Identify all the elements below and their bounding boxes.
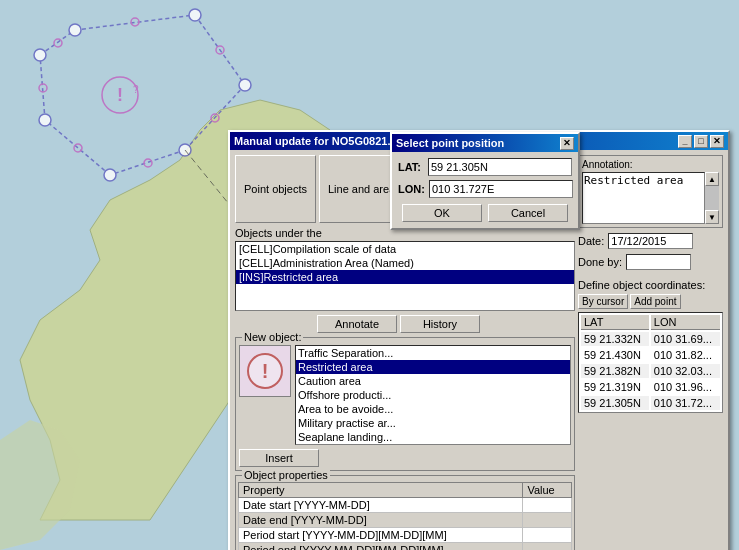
type-item-7[interactable]: Submarine transit... (296, 444, 570, 445)
doneby-input[interactable] (626, 254, 691, 270)
svg-point-9 (189, 9, 201, 21)
sub-dialog-title: Select point position (396, 137, 504, 149)
annotation-scrollbar[interactable]: ▲ ▼ (705, 172, 719, 224)
point-objects-button[interactable]: Point objects (235, 155, 316, 223)
objects-list[interactable]: [CELL]Compilation scale of data [CELL]Ad… (235, 241, 575, 311)
history-button[interactable]: History (400, 315, 480, 333)
coord-row-0: 59 21.332N 010 31.69... (581, 332, 720, 346)
sub-cancel-button[interactable]: Cancel (488, 204, 568, 222)
sub-dialog: Select point position ✕ LAT: LON: OK Can… (390, 132, 580, 230)
svg-point-10 (239, 79, 251, 91)
insert-button[interactable]: Insert (239, 449, 319, 467)
type-item-4[interactable]: Area to be avoide... (296, 402, 570, 416)
annotate-button[interactable]: Annotate (317, 315, 397, 333)
lat-col-header: LAT (581, 315, 649, 330)
preview-exclaim-icon: ! (262, 360, 269, 383)
coord-lat-4: 59 21.305N (581, 396, 649, 410)
coord-lon-0: 010 31.69... (651, 332, 720, 346)
coord-row-4: 59 21.305N 010 31.72... (581, 396, 720, 410)
type-item-6[interactable]: Seaplane landing... (296, 430, 570, 444)
sub-dialog-content: LAT: LON: OK Cancel (392, 152, 578, 228)
new-object-section: New object: ! Traffic Separation.. (235, 337, 575, 471)
close-button[interactable]: ✕ (710, 135, 724, 148)
coord-row-3: 59 21.319N 010 31.96... (581, 380, 720, 394)
property-name-2: Period start [YYYY-MM-DD][MM-DD][MM] (239, 528, 523, 543)
coord-lon-2: 010 32.03... (651, 364, 720, 378)
coord-lat-0: 59 21.332N (581, 332, 649, 346)
lat-row: LAT: (398, 158, 572, 176)
objects-section: Objects under the [CELL]Compilation scal… (235, 227, 575, 311)
svg-text:!: ! (117, 85, 123, 105)
svg-text:?: ? (133, 84, 139, 95)
value-col-header: Value (523, 483, 572, 498)
coords-panel: Define object coordinates: By cursor Add… (578, 279, 723, 413)
svg-point-14 (34, 49, 46, 61)
properties-label: Object properties (242, 469, 330, 481)
coord-lon-3: 010 31.96... (651, 380, 720, 394)
type-item-1[interactable]: Restricted area (296, 360, 570, 374)
cursor-add-buttons: By cursor Add point (578, 294, 723, 309)
date-row: Date: (578, 233, 723, 249)
type-item-3[interactable]: Offshore producti... (296, 388, 570, 402)
lat-input[interactable] (428, 158, 572, 176)
property-name-3: Period end [YYYY-MM-DD][MM-DD][MM] (239, 543, 523, 551)
coord-lon-4: 010 31.72... (651, 396, 720, 410)
object-preview: ! (239, 345, 291, 397)
sub-ok-button[interactable]: OK (402, 204, 482, 222)
property-row-1: Date end [YYYY-MM-DD] (239, 513, 572, 528)
type-item-5[interactable]: Military practise ar... (296, 416, 570, 430)
minimize-button[interactable]: _ (678, 135, 692, 148)
doneby-label: Done by: (578, 256, 622, 268)
list-item-0[interactable]: [CELL]Compilation scale of data (236, 242, 574, 256)
properties-section: Object properties Property Value Date st… (235, 475, 575, 550)
type-list[interactable]: Traffic Separation... Restricted area Ca… (295, 345, 571, 445)
list-item-1[interactable]: [CELL]Administration Area (Named) (236, 256, 574, 270)
add-point-button[interactable]: Add point (630, 294, 680, 309)
sub-dialog-close-button[interactable]: ✕ (560, 137, 574, 150)
property-value-1 (523, 513, 572, 528)
svg-point-13 (39, 114, 51, 126)
type-item-2[interactable]: Caution area (296, 374, 570, 388)
titlebar-buttons: _ □ ✕ (678, 135, 724, 148)
coords-panel-label: Define object coordinates: (578, 279, 723, 291)
coord-lat-2: 59 21.382N (581, 364, 649, 378)
property-value-3 (523, 543, 572, 551)
properties-table: Property Value Date start [YYYY-MM-DD] D… (238, 482, 572, 550)
type-item-0[interactable]: Traffic Separation... (296, 346, 570, 360)
list-item-2[interactable]: [INS]Restricted area (236, 270, 574, 284)
coords-table: LAT LON 59 21.332N 010 31.69... 59 21.43… (578, 312, 723, 413)
date-label: Date: (578, 235, 604, 247)
coord-row-2: 59 21.382N 010 32.03... (581, 364, 720, 378)
lon-label: LON: (398, 183, 425, 195)
property-value-2 (523, 528, 572, 543)
coord-lat-1: 59 21.430N (581, 348, 649, 362)
svg-point-12 (104, 169, 116, 181)
coord-lon-1: 010 31.82... (651, 348, 720, 362)
by-cursor-button[interactable]: By cursor (578, 294, 628, 309)
lat-label: LAT: (398, 161, 424, 173)
property-row-0: Date start [YYYY-MM-DD] (239, 498, 572, 513)
new-object-label: New object: (242, 331, 303, 343)
scroll-down-arrow[interactable]: ▼ (705, 210, 719, 224)
maximize-button[interactable]: □ (694, 135, 708, 148)
annotation-label: Annotation: (582, 159, 719, 170)
svg-point-8 (69, 24, 81, 36)
lon-input[interactable] (429, 180, 573, 198)
scroll-up-arrow[interactable]: ▲ (705, 172, 719, 186)
sub-dialog-titlebar: Select point position ✕ (392, 134, 578, 152)
lon-col-header: LON (651, 315, 720, 330)
property-name-1: Date end [YYYY-MM-DD] (239, 513, 523, 528)
scroll-track[interactable] (705, 186, 719, 210)
coord-row-1: 59 21.430N 010 31.82... (581, 348, 720, 362)
doneby-row: Done by: (578, 254, 723, 270)
property-col-header: Property (239, 483, 523, 498)
annotation-textarea[interactable] (582, 172, 705, 224)
annotation-group: Annotation: ▲ ▼ document.querySelector('… (578, 155, 723, 228)
lon-row: LON: (398, 180, 572, 198)
coord-lat-3: 59 21.319N (581, 380, 649, 394)
property-value-0 (523, 498, 572, 513)
property-name-0: Date start [YYYY-MM-DD] (239, 498, 523, 513)
sub-dialog-buttons: OK Cancel (398, 204, 572, 222)
property-row-3: Period end [YYYY-MM-DD][MM-DD][MM] (239, 543, 572, 551)
date-input[interactable] (608, 233, 693, 249)
